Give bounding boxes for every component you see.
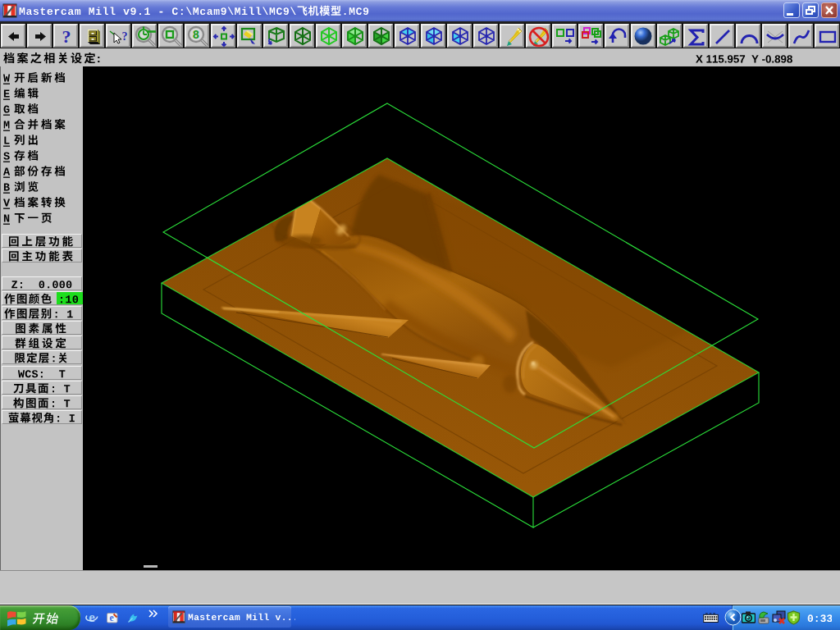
svg-text:?: ? [122,30,128,43]
svg-text:8: 8 [193,28,199,41]
svg-text:e: e [89,611,95,624]
svg-text:?: ? [62,26,71,47]
svg-text:e: e [109,613,113,623]
